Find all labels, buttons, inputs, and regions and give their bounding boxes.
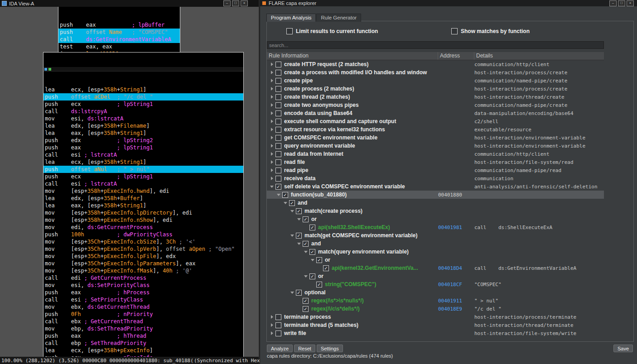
restore-icon[interactable]: □ bbox=[618, 0, 625, 6]
row-checkbox[interactable]: ✓ bbox=[289, 200, 295, 206]
chevron-right-icon[interactable] bbox=[269, 127, 275, 132]
asm-line[interactable]: mov [esp+358h+pExecInfo.lpDirectory], ed… bbox=[43, 209, 243, 216]
row-checkbox[interactable] bbox=[275, 151, 281, 157]
settings-button[interactable]: Settings bbox=[317, 345, 343, 352]
asm-line[interactable]: push 0Fh ; nPriority bbox=[43, 311, 243, 318]
capa-tree-row[interactable]: create pipecommunication/named-pipe/crea… bbox=[267, 77, 604, 85]
chevron-down-icon[interactable] bbox=[282, 200, 289, 206]
row-checkbox[interactable]: ✓ bbox=[309, 225, 315, 230]
capa-tree-row[interactable]: ✓string("COMSPEC")004018CF"COMSPEC" bbox=[267, 280, 604, 288]
row-checkbox[interactable] bbox=[275, 135, 281, 141]
asm-line[interactable]: mov esi, ds:SetPriorityClass bbox=[43, 282, 243, 289]
row-checkbox[interactable] bbox=[275, 70, 281, 76]
close-icon[interactable]: × bbox=[241, 0, 248, 6]
row-checkbox[interactable] bbox=[275, 94, 281, 100]
row-checkbox[interactable] bbox=[275, 78, 281, 84]
tab-program-analysis[interactable]: Program Analysis bbox=[266, 14, 316, 22]
capa-tree-row[interactable]: ✓self delete via COMSPEC environment var… bbox=[267, 182, 604, 191]
row-checkbox[interactable] bbox=[275, 119, 281, 125]
row-checkbox[interactable]: ✓ bbox=[303, 216, 309, 222]
asm-line[interactable]: mov [esp+35Ch+pExecInfo.lpVerb], offset … bbox=[43, 245, 243, 253]
asm-line[interactable]: lea ecx, [esp+358h+String1] bbox=[43, 86, 243, 93]
analyze-button[interactable]: Analyze bbox=[267, 345, 293, 352]
chevron-down-icon[interactable] bbox=[289, 208, 296, 214]
asm-line[interactable]: mov esi, ds:lstrcatA bbox=[43, 115, 243, 122]
asm-line[interactable]: mov ebp, ds:SetThreadPriority bbox=[43, 325, 243, 332]
asm-line[interactable]: mov ebx, ds:GetCurrentThread bbox=[43, 303, 243, 311]
asm-line[interactable]: push eax ; hProcess bbox=[43, 289, 243, 296]
asm-line[interactable]: call ebp ; SetThreadPriority bbox=[43, 340, 243, 347]
row-checkbox[interactable] bbox=[275, 168, 281, 173]
asm-line[interactable]: push offset aNul ; " > nul" bbox=[43, 166, 243, 173]
row-checkbox[interactable]: ✓ bbox=[296, 290, 302, 296]
chevron-down-icon[interactable] bbox=[303, 249, 309, 254]
asm-line[interactable]: mov [esp+358h+pExecInfo.nShow], edi bbox=[43, 216, 243, 224]
chevron-right-icon[interactable] bbox=[269, 94, 275, 100]
asm-line[interactable]: push eax ; hThread bbox=[43, 332, 243, 340]
asm-line[interactable]: lea eax, [esp+358h+String1] bbox=[43, 129, 243, 137]
row-checkbox[interactable]: ✓ bbox=[303, 298, 309, 304]
chevron-right-icon[interactable] bbox=[269, 86, 275, 91]
asm-line[interactable]: call esi ; lstrcatA bbox=[43, 180, 243, 187]
asm-line[interactable]: push eax ; lpString1 bbox=[43, 144, 243, 151]
row-checkbox[interactable]: ✓ bbox=[309, 249, 315, 255]
capa-tree-row[interactable]: ✓function(sub_401880)00401880 bbox=[267, 191, 604, 199]
minimize-icon[interactable]: – bbox=[223, 0, 231, 6]
chevron-down-icon[interactable] bbox=[296, 216, 303, 222]
capa-tree-row[interactable]: ✓match(query environment variable) bbox=[267, 248, 604, 256]
asm-line[interactable]: mov [esp+35Ch+pExecInfo.lpParameters], e… bbox=[43, 260, 243, 267]
asm-line[interactable]: lea eax, [esp+358h+String1] bbox=[43, 202, 243, 209]
asm-line[interactable]: push offset aCDel ; "/c del " bbox=[43, 93, 243, 101]
show-matches-option[interactable]: Show matches by function bbox=[451, 28, 530, 34]
capa-tree-row[interactable]: create HTTP request (2 matches)communica… bbox=[267, 60, 604, 68]
capa-tree-row[interactable]: ✓optional bbox=[267, 288, 604, 297]
capa-tree-row[interactable]: ✓and bbox=[267, 239, 604, 248]
capa-tree-row[interactable]: create thread (2 matches)host-interactio… bbox=[267, 93, 604, 101]
row-checkbox[interactable] bbox=[275, 127, 281, 133]
row-checkbox[interactable]: ✓ bbox=[296, 233, 302, 239]
capa-tree-row[interactable]: ✓match(get COMSPEC environment variable) bbox=[267, 231, 604, 239]
ida-graph-view[interactable]: push eax ; lpBufferpush offset Name ; "C… bbox=[0, 7, 259, 357]
tab-rule-generator[interactable]: Rule Generator bbox=[316, 14, 361, 22]
asm-line[interactable]: mov edi, ds:GetCurrentProcess bbox=[43, 224, 243, 231]
capa-tree-row[interactable]: query environment variablehost-interacti… bbox=[267, 142, 604, 150]
chevron-right-icon[interactable] bbox=[269, 143, 275, 148]
chevron-right-icon[interactable] bbox=[269, 168, 275, 173]
asm-line[interactable]: call esi ; lstrcatA bbox=[43, 151, 243, 158]
capa-tree-row[interactable]: read filehost-interaction/file-system/re… bbox=[267, 158, 604, 166]
column-header-address[interactable]: Address bbox=[438, 52, 474, 60]
row-checkbox[interactable]: ✓ bbox=[316, 282, 322, 287]
capa-tree-row[interactable]: ✓api(shell32.ShellExecuteEx)00401981call… bbox=[267, 223, 604, 231]
asm-line[interactable]: push 100h ; dwPriorityClass bbox=[43, 231, 243, 238]
row-checkbox[interactable] bbox=[275, 176, 281, 182]
capa-tree-row[interactable]: ✓match(create process) bbox=[267, 207, 604, 215]
row-checkbox[interactable] bbox=[275, 159, 281, 165]
chevron-right-icon[interactable] bbox=[269, 322, 275, 328]
show-matches-checkbox[interactable] bbox=[451, 28, 458, 34]
limit-results-option[interactable]: Limit results to current function bbox=[286, 28, 378, 34]
basic-block-2[interactable]: lea ecx, [esp+358h+String1]push offset a… bbox=[43, 52, 244, 357]
capa-tree-row[interactable]: read pipecommunication/named-pipe/read bbox=[267, 166, 604, 174]
asm-line[interactable]: push offset Name ; "COMSPEC" bbox=[58, 29, 180, 36]
row-checkbox[interactable]: ✓ bbox=[309, 273, 315, 279]
capa-tree-row[interactable]: ✓or bbox=[267, 272, 604, 280]
asm-line[interactable]: lea ecx, [esp+358h+String1] bbox=[43, 158, 243, 166]
row-checkbox[interactable]: ✓ bbox=[316, 257, 322, 263]
row-checkbox[interactable]: ✓ bbox=[275, 184, 281, 190]
chevron-right-icon[interactable] bbox=[269, 62, 275, 67]
row-checkbox[interactable]: ✓ bbox=[303, 306, 309, 312]
chevron-right-icon[interactable] bbox=[269, 78, 275, 83]
chevron-down-icon[interactable] bbox=[309, 257, 316, 263]
chevron-down-icon[interactable] bbox=[275, 192, 282, 197]
capa-tree-row[interactable]: ✓or bbox=[267, 256, 604, 264]
row-checkbox[interactable]: ✓ bbox=[282, 192, 288, 198]
row-checkbox[interactable]: ✓ bbox=[323, 265, 329, 271]
capa-tree-row[interactable]: encode data using Base64data-manipulatio… bbox=[267, 109, 604, 117]
column-header-rule-information[interactable]: Rule Information bbox=[267, 52, 438, 60]
row-checkbox[interactable] bbox=[275, 314, 281, 320]
chevron-right-icon[interactable] bbox=[269, 102, 275, 108]
restore-icon[interactable]: □ bbox=[232, 0, 239, 6]
search-input[interactable] bbox=[267, 41, 604, 49]
asm-line[interactable]: lea edx, [esp+358h+Filename] bbox=[43, 122, 243, 129]
capa-tree-row[interactable]: receive datacommunication bbox=[267, 174, 604, 182]
